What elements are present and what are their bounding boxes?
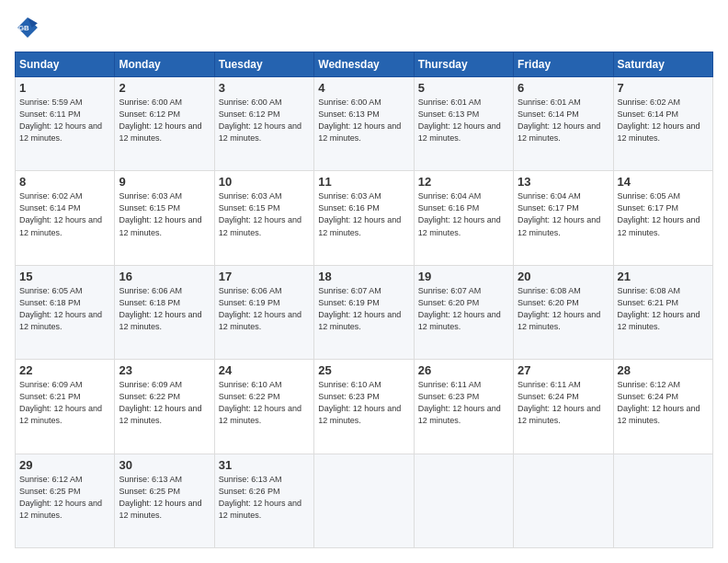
day-number: 1 xyxy=(19,81,110,95)
day-info: Sunrise: 6:00 AM Sunset: 6:12 PM Dayligh… xyxy=(119,97,210,144)
calendar-cell: 24Sunrise: 6:10 AM Sunset: 6:22 PM Dayli… xyxy=(214,360,313,454)
weekday-header-tuesday: Tuesday xyxy=(214,52,313,77)
calendar-cell: 31Sunrise: 6:13 AM Sunset: 6:26 PM Dayli… xyxy=(214,454,313,547)
calendar-cell xyxy=(613,454,712,547)
calendar-cell: 6Sunrise: 6:01 AM Sunset: 6:14 PM Daylig… xyxy=(514,77,613,171)
day-info: Sunrise: 6:08 AM Sunset: 6:21 PM Dayligh… xyxy=(618,285,709,333)
calendar-cell: 4Sunrise: 6:00 AM Sunset: 6:13 PM Daylig… xyxy=(314,77,414,171)
day-number: 20 xyxy=(518,270,609,283)
day-number: 10 xyxy=(219,175,310,189)
day-number: 12 xyxy=(418,175,509,189)
calendar-cell: 17Sunrise: 6:06 AM Sunset: 6:19 PM Dayli… xyxy=(214,265,313,359)
day-info: Sunrise: 6:05 AM Sunset: 6:17 PM Dayligh… xyxy=(618,190,709,238)
calendar-cell xyxy=(514,454,613,547)
calendar-cell: 19Sunrise: 6:07 AM Sunset: 6:20 PM Dayli… xyxy=(414,265,513,359)
calendar-cell: 12Sunrise: 6:04 AM Sunset: 6:16 PM Dayli… xyxy=(414,171,513,265)
calendar-cell: 11Sunrise: 6:03 AM Sunset: 6:16 PM Dayli… xyxy=(314,171,414,265)
header: GB xyxy=(15,15,713,40)
calendar-cell: 3Sunrise: 6:00 AM Sunset: 6:12 PM Daylig… xyxy=(214,77,313,171)
day-number: 30 xyxy=(119,458,210,472)
day-info: Sunrise: 6:08 AM Sunset: 6:20 PM Dayligh… xyxy=(518,285,609,333)
calendar-cell: 27Sunrise: 6:11 AM Sunset: 6:24 PM Dayli… xyxy=(514,360,613,454)
day-info: Sunrise: 6:00 AM Sunset: 6:12 PM Dayligh… xyxy=(219,97,310,144)
day-info: Sunrise: 6:06 AM Sunset: 6:19 PM Dayligh… xyxy=(219,285,310,333)
day-number: 24 xyxy=(219,363,310,377)
calendar-cell xyxy=(314,454,414,547)
day-info: Sunrise: 6:11 AM Sunset: 6:24 PM Dayligh… xyxy=(518,379,609,427)
day-info: Sunrise: 6:07 AM Sunset: 6:19 PM Dayligh… xyxy=(318,285,409,333)
day-info: Sunrise: 6:05 AM Sunset: 6:18 PM Dayligh… xyxy=(19,285,110,333)
day-info: Sunrise: 6:03 AM Sunset: 6:15 PM Dayligh… xyxy=(119,190,210,238)
day-number: 29 xyxy=(19,458,110,472)
day-number: 18 xyxy=(318,270,409,283)
day-number: 28 xyxy=(618,363,709,377)
day-number: 26 xyxy=(418,363,509,377)
day-number: 5 xyxy=(418,81,509,95)
day-number: 7 xyxy=(618,81,709,95)
calendar-week-5: 29Sunrise: 6:12 AM Sunset: 6:25 PM Dayli… xyxy=(16,454,713,547)
day-info: Sunrise: 6:13 AM Sunset: 6:25 PM Dayligh… xyxy=(119,474,210,522)
calendar-week-2: 8Sunrise: 6:02 AM Sunset: 6:14 PM Daylig… xyxy=(16,171,713,265)
calendar-body: 1Sunrise: 5:59 AM Sunset: 6:11 PM Daylig… xyxy=(16,77,713,548)
day-number: 11 xyxy=(318,175,409,189)
day-info: Sunrise: 6:13 AM Sunset: 6:26 PM Dayligh… xyxy=(219,474,310,522)
day-info: Sunrise: 6:09 AM Sunset: 6:21 PM Dayligh… xyxy=(19,379,110,427)
day-number: 27 xyxy=(518,363,609,377)
weekday-row: SundayMondayTuesdayWednesdayThursdayFrid… xyxy=(16,52,713,77)
weekday-header-monday: Monday xyxy=(115,52,214,77)
day-number: 3 xyxy=(219,81,310,95)
day-info: Sunrise: 6:11 AM Sunset: 6:23 PM Dayligh… xyxy=(418,379,509,427)
day-number: 8 xyxy=(19,175,110,189)
day-number: 16 xyxy=(119,270,210,283)
calendar-cell: 28Sunrise: 6:12 AM Sunset: 6:24 PM Dayli… xyxy=(613,360,712,454)
calendar-cell: 30Sunrise: 6:13 AM Sunset: 6:25 PM Dayli… xyxy=(115,454,214,547)
day-info: Sunrise: 6:02 AM Sunset: 6:14 PM Dayligh… xyxy=(19,190,110,238)
calendar-cell: 1Sunrise: 5:59 AM Sunset: 6:11 PM Daylig… xyxy=(16,77,115,171)
weekday-header-thursday: Thursday xyxy=(414,52,513,77)
calendar-cell: 13Sunrise: 6:04 AM Sunset: 6:17 PM Dayli… xyxy=(514,171,613,265)
calendar-cell: 25Sunrise: 6:10 AM Sunset: 6:23 PM Dayli… xyxy=(314,360,414,454)
day-number: 23 xyxy=(119,363,210,377)
day-info: Sunrise: 6:06 AM Sunset: 6:18 PM Dayligh… xyxy=(119,285,210,333)
day-number: 31 xyxy=(219,458,310,472)
day-info: Sunrise: 6:12 AM Sunset: 6:24 PM Dayligh… xyxy=(618,379,709,427)
day-info: Sunrise: 6:03 AM Sunset: 6:16 PM Dayligh… xyxy=(318,190,409,238)
day-info: Sunrise: 6:04 AM Sunset: 6:17 PM Dayligh… xyxy=(518,190,609,238)
day-number: 13 xyxy=(518,175,609,189)
calendar-table: SundayMondayTuesdayWednesdayThursdayFrid… xyxy=(15,52,713,548)
calendar-cell: 15Sunrise: 6:05 AM Sunset: 6:18 PM Dayli… xyxy=(16,265,115,359)
day-info: Sunrise: 6:03 AM Sunset: 6:15 PM Dayligh… xyxy=(219,190,310,238)
calendar-week-3: 15Sunrise: 6:05 AM Sunset: 6:18 PM Dayli… xyxy=(16,265,713,359)
calendar-cell: 9Sunrise: 6:03 AM Sunset: 6:15 PM Daylig… xyxy=(115,171,214,265)
calendar-cell: 16Sunrise: 6:06 AM Sunset: 6:18 PM Dayli… xyxy=(115,265,214,359)
day-info: Sunrise: 6:12 AM Sunset: 6:25 PM Dayligh… xyxy=(19,474,110,522)
day-number: 2 xyxy=(119,81,210,95)
day-info: Sunrise: 6:04 AM Sunset: 6:16 PM Dayligh… xyxy=(418,190,509,238)
calendar-cell xyxy=(414,454,513,547)
calendar-cell: 26Sunrise: 6:11 AM Sunset: 6:23 PM Dayli… xyxy=(414,360,513,454)
day-number: 21 xyxy=(618,270,709,283)
calendar-cell: 5Sunrise: 6:01 AM Sunset: 6:13 PM Daylig… xyxy=(414,77,513,171)
day-info: Sunrise: 6:10 AM Sunset: 6:23 PM Dayligh… xyxy=(318,379,409,427)
calendar-cell: 21Sunrise: 6:08 AM Sunset: 6:21 PM Dayli… xyxy=(613,265,712,359)
calendar-cell: 14Sunrise: 6:05 AM Sunset: 6:17 PM Dayli… xyxy=(613,171,712,265)
calendar-header: SundayMondayTuesdayWednesdayThursdayFrid… xyxy=(16,52,713,77)
calendar-cell: 18Sunrise: 6:07 AM Sunset: 6:19 PM Dayli… xyxy=(314,265,414,359)
weekday-header-saturday: Saturday xyxy=(613,52,712,77)
day-info: Sunrise: 6:07 AM Sunset: 6:20 PM Dayligh… xyxy=(418,285,509,333)
day-info: Sunrise: 6:10 AM Sunset: 6:22 PM Dayligh… xyxy=(219,379,310,427)
weekday-header-sunday: Sunday xyxy=(16,52,115,77)
day-info: Sunrise: 6:01 AM Sunset: 6:14 PM Dayligh… xyxy=(518,97,609,144)
calendar-cell: 2Sunrise: 6:00 AM Sunset: 6:12 PM Daylig… xyxy=(115,77,214,171)
day-number: 17 xyxy=(219,270,310,283)
calendar-cell: 8Sunrise: 6:02 AM Sunset: 6:14 PM Daylig… xyxy=(16,171,115,265)
day-number: 19 xyxy=(418,270,509,283)
logo-icon: GB xyxy=(15,15,40,40)
calendar-week-1: 1Sunrise: 5:59 AM Sunset: 6:11 PM Daylig… xyxy=(16,77,713,171)
day-info: Sunrise: 5:59 AM Sunset: 6:11 PM Dayligh… xyxy=(19,97,110,144)
day-info: Sunrise: 6:09 AM Sunset: 6:22 PM Dayligh… xyxy=(119,379,210,427)
day-number: 9 xyxy=(119,175,210,189)
logo: GB xyxy=(15,15,44,40)
calendar-cell: 7Sunrise: 6:02 AM Sunset: 6:14 PM Daylig… xyxy=(613,77,712,171)
calendar-cell: 22Sunrise: 6:09 AM Sunset: 6:21 PM Dayli… xyxy=(16,360,115,454)
